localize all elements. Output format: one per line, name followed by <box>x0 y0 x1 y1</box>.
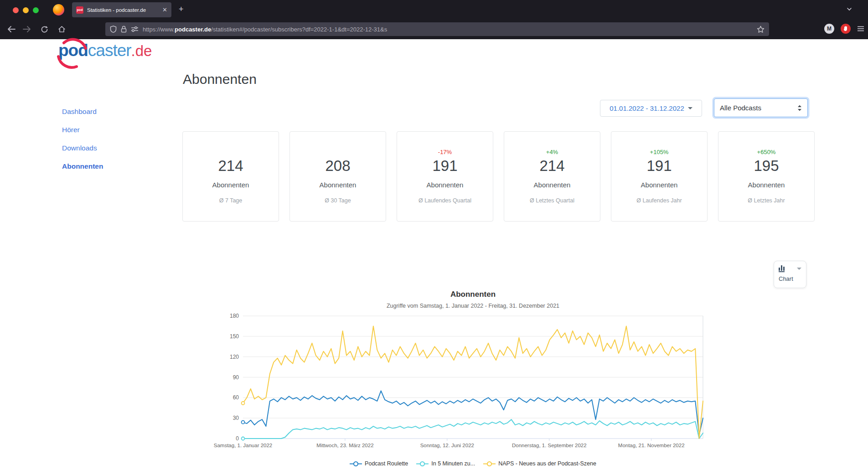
logo-text-pod: pod <box>58 41 88 60</box>
navigation-toolbar: https://www.podcaster.de/statistiken#/po… <box>0 19 868 39</box>
toolbar-extensions: M <box>824 24 864 34</box>
stat-period: Ø 30 Tage <box>325 197 351 204</box>
tab-favicon-icon: pod <box>76 6 83 14</box>
legend-item[interactable]: NAPS - Neues aus der Podcast-Szene <box>483 460 596 467</box>
chart-legend: Podcast RouletteIn 5 Minuten zu...NAPS -… <box>243 460 703 467</box>
logo-text-caster: caster <box>88 41 131 60</box>
lock-icon[interactable] <box>121 26 127 33</box>
zoom-window-button[interactable] <box>33 7 39 13</box>
extension-blocker-icon[interactable] <box>841 24 851 34</box>
url-text[interactable]: https://www.podcaster.de/statistiken#/po… <box>143 26 753 33</box>
reload-button[interactable] <box>39 24 49 34</box>
url-bar[interactable]: https://www.podcaster.de/statistiken#/po… <box>105 22 769 36</box>
svg-text:180: 180 <box>230 313 239 319</box>
stat-card-7-tage: 214 Abonnenten Ø 7 Tage <box>182 131 279 222</box>
browser-chrome: pod Statistiken - podcaster.de ✕ + https… <box>0 0 868 39</box>
stat-value: 214 <box>539 158 564 174</box>
chart-title: Abonnenten <box>243 290 703 299</box>
svg-text:90: 90 <box>233 374 239 381</box>
stat-period: Ø Laufendes Quartal <box>418 197 471 204</box>
home-button[interactable] <box>57 24 67 34</box>
podcast-select-value: Alle Podcasts <box>720 104 797 112</box>
stat-delta: +4% <box>546 149 558 156</box>
stat-period: Ø Laufendes Jahr <box>636 197 682 204</box>
caret-down-icon <box>688 107 692 109</box>
svg-text:Mittwoch, 23. März 2022: Mittwoch, 23. März 2022 <box>316 443 373 448</box>
stat-period: Ø Letztes Jahr <box>748 197 785 204</box>
stat-label: Abonnenten <box>212 181 249 189</box>
subscribers-line-chart: 0306090120150180Samstag, 1. Januar 2022M… <box>191 310 720 460</box>
svg-text:30: 30 <box>233 415 239 421</box>
back-button[interactable] <box>6 24 16 34</box>
stat-period: Ø 7 Tage <box>219 197 243 204</box>
logo-text-de: .de <box>131 42 152 60</box>
sidebar-item-hoerer[interactable]: Hörer <box>62 126 103 134</box>
svg-text:120: 120 <box>230 354 239 360</box>
sidebar-nav: Dashboard Hörer Downloads Abonnenten <box>62 108 103 181</box>
chart-caret-icon <box>797 268 801 270</box>
sidebar-item-dashboard[interactable]: Dashboard <box>62 108 103 116</box>
stat-label: Abonnenten <box>320 181 356 189</box>
stat-card-laufendes-jahr: +105% 191 Abonnenten Ø Laufendes Jahr <box>611 131 708 222</box>
stat-value: 195 <box>754 158 779 174</box>
stat-card-laufendes-quartal: -17% 191 Abonnenten Ø Laufendes Quartal <box>397 131 493 222</box>
podcast-select[interactable]: Alle Podcasts <box>714 98 808 117</box>
stat-label: Abonnenten <box>427 181 464 189</box>
svg-text:60: 60 <box>233 394 239 401</box>
firefox-icon <box>53 4 64 15</box>
legend-label: Podcast Roulette <box>365 460 408 467</box>
stat-value: 208 <box>325 158 350 174</box>
bar-chart-icon <box>779 265 785 272</box>
svg-text:150: 150 <box>230 333 239 340</box>
tab-strip: pod Statistiken - podcaster.de ✕ + <box>0 0 868 19</box>
tab-close-icon[interactable]: ✕ <box>162 7 167 13</box>
forward-button[interactable] <box>22 24 32 34</box>
legend-marker-icon <box>350 461 362 467</box>
svg-text:Montag, 21. November 2022: Montag, 21. November 2022 <box>618 443 685 448</box>
browser-tab[interactable]: pod Statistiken - podcaster.de ✕ <box>72 2 171 17</box>
minimize-window-button[interactable] <box>23 7 29 13</box>
stat-value: 191 <box>432 158 457 174</box>
menu-hamburger-icon[interactable] <box>857 26 864 32</box>
date-range-button[interactable]: 01.01.2022 - 31.12.2022 <box>600 100 702 117</box>
chart-subtitle: Zugriffe vom Samstag, 1. Januar 2022 - F… <box>243 303 703 309</box>
stat-card-30-tage: 208 Abonnenten Ø 30 Tage <box>289 131 386 222</box>
svg-text:Samstag, 1. Januar 2022: Samstag, 1. Januar 2022 <box>214 443 273 448</box>
tab-title: Statistiken - podcaster.de <box>87 7 159 13</box>
stat-value: 191 <box>646 158 672 174</box>
stat-delta: +650% <box>757 149 776 156</box>
bookmark-star-icon[interactable] <box>757 26 765 33</box>
list-tabs-chevron-icon[interactable] <box>846 6 852 12</box>
chart-button-label: Chart <box>779 275 801 282</box>
legend-marker-icon <box>483 461 496 467</box>
close-window-button[interactable] <box>13 7 19 13</box>
stat-label: Abonnenten <box>748 181 785 189</box>
sidebar-item-downloads[interactable]: Downloads <box>62 144 103 152</box>
legend-label: In 5 Minuten zu... <box>431 460 475 467</box>
stat-delta: -17% <box>438 149 452 156</box>
permissions-icon[interactable] <box>131 26 139 32</box>
svg-text:0: 0 <box>236 435 239 442</box>
window-controls <box>13 7 39 13</box>
svg-text:Sonntag, 12. Juni 2022: Sonntag, 12. Juni 2022 <box>420 443 474 448</box>
podcaster-logo[interactable]: podcaster.de <box>58 41 152 60</box>
legend-item[interactable]: Podcast Roulette <box>350 460 408 467</box>
page-content: podcaster.de Dashboard Hörer Downloads A… <box>0 39 868 475</box>
new-tab-button[interactable]: + <box>179 5 184 14</box>
stat-period: Ø Letztes Quartal <box>530 197 574 204</box>
stat-delta: +105% <box>650 149 669 156</box>
stat-value: 214 <box>218 158 243 174</box>
stat-label: Abonnenten <box>534 181 571 189</box>
page-title: Abonnenten <box>183 72 257 87</box>
select-arrows-icon <box>797 105 802 111</box>
sidebar-item-abonnenten[interactable]: Abonnenten <box>62 162 103 170</box>
tracking-shield-icon[interactable] <box>110 26 117 33</box>
chart-type-button[interactable]: Chart <box>774 261 806 288</box>
legend-item[interactable]: In 5 Minuten zu... <box>416 460 475 467</box>
stat-card-letztes-quartal: +4% 214 Abonnenten Ø Letztes Quartal <box>504 131 600 222</box>
extension-m-icon[interactable]: M <box>824 24 834 34</box>
legend-marker-icon <box>416 461 429 467</box>
legend-label: NAPS - Neues aus der Podcast-Szene <box>498 460 596 467</box>
date-range-label: 01.01.2022 - 31.12.2022 <box>610 104 684 112</box>
stat-cards-row: 214 Abonnenten Ø 7 Tage 208 Abonnenten Ø… <box>182 131 815 222</box>
